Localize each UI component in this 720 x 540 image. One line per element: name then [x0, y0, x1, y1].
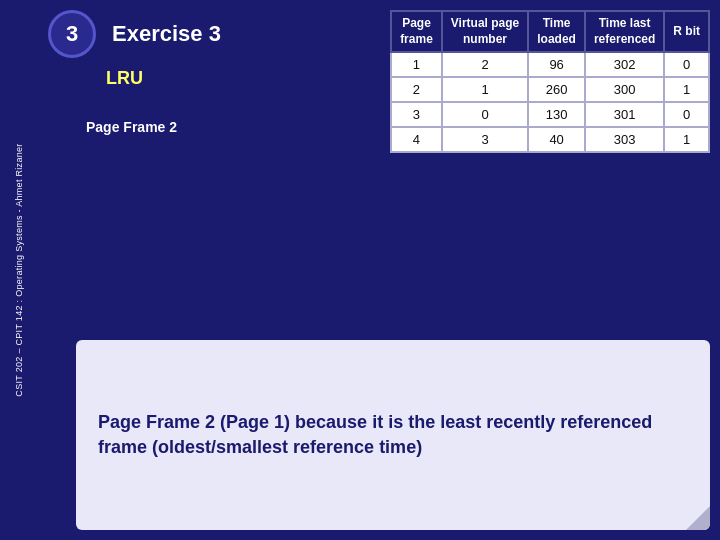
table-row: 3 0 130 301 0 — [391, 102, 709, 127]
exercise-title: Exercise 3 — [112, 21, 232, 47]
cell-page-frame: 3 — [391, 102, 442, 127]
data-table: Pageframe Virtual pagenumber Timeloaded … — [390, 10, 710, 153]
cell-time-loaded: 96 — [528, 52, 585, 77]
col-header-virtual-page: Virtual pagenumber — [442, 11, 528, 52]
logo-circle: 3 — [48, 10, 96, 58]
col-header-r-bit: R bit — [664, 11, 709, 52]
sidebar-text: CSIT 202 – CPIT 142 : Operating Systems … — [14, 143, 24, 396]
col-header-time-loaded: Timeloaded — [528, 11, 585, 52]
table-row: 1 2 96 302 0 — [391, 52, 709, 77]
cell-r-bit: 0 — [664, 102, 709, 127]
cell-page-frame: 1 — [391, 52, 442, 77]
col-header-time-last-ref: Time lastreferenced — [585, 11, 664, 52]
note-text: Page Frame 2 (Page 1) because it is the … — [98, 410, 688, 460]
note-box: Page Frame 2 (Page 1) because it is the … — [76, 340, 710, 530]
cell-page-frame: 2 — [391, 77, 442, 102]
col-header-page-frame: Pageframe — [391, 11, 442, 52]
cell-time-last-ref: 300 — [585, 77, 664, 102]
lru-label: LRU — [76, 68, 216, 89]
cell-time-last-ref: 303 — [585, 127, 664, 152]
cell-r-bit: 1 — [664, 77, 709, 102]
main-content: 3 Exercise 3 LRU Page Frame 2 Pageframe … — [38, 0, 720, 540]
cell-time-last-ref: 302 — [585, 52, 664, 77]
cell-page-frame: 4 — [391, 127, 442, 152]
cell-virtual-page: 0 — [442, 102, 528, 127]
cell-virtual-page: 1 — [442, 77, 528, 102]
table-row: 2 1 260 300 1 — [391, 77, 709, 102]
cell-r-bit: 0 — [664, 52, 709, 77]
cell-virtual-page: 2 — [442, 52, 528, 77]
sidebar: CSIT 202 – CPIT 142 : Operating Systems … — [0, 0, 38, 540]
cell-time-loaded: 130 — [528, 102, 585, 127]
cell-time-last-ref: 301 — [585, 102, 664, 127]
logo-symbol: 3 — [66, 21, 78, 47]
table-header-row: Pageframe Virtual pagenumber Timeloaded … — [391, 11, 709, 52]
page-frame-label: Page Frame 2 — [76, 119, 216, 135]
cell-r-bit: 1 — [664, 127, 709, 152]
cell-virtual-page: 3 — [442, 127, 528, 152]
cell-time-loaded: 40 — [528, 127, 585, 152]
table-container: Pageframe Virtual pagenumber Timeloaded … — [390, 10, 710, 153]
left-labels: LRU Page Frame 2 — [76, 68, 216, 135]
cell-time-loaded: 260 — [528, 77, 585, 102]
table-row: 4 3 40 303 1 — [391, 127, 709, 152]
